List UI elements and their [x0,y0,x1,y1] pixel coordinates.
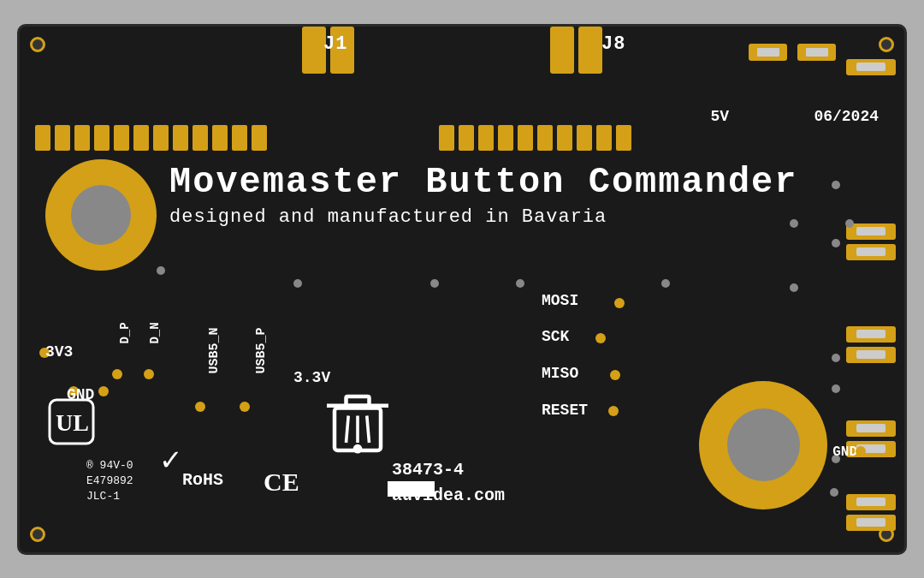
dashes-right [439,125,631,151]
circle-logo-left-inner [71,185,131,245]
circle-logo-right [699,381,827,509]
label-usb5n: USB5_N [207,327,222,373]
mount-hole-tl [30,37,45,52]
right-connectors-group1 [846,59,896,75]
label-gnd-right: GND [832,444,857,460]
dot-right-1 [832,239,840,247]
weee-symbol [319,381,396,458]
label-dp: D_P [118,322,132,343]
dot-gnd-right-2 [830,488,838,497]
top-pad-1 [749,44,787,61]
label-miso: MISO [542,365,578,382]
dot-gnd-left-2 [98,386,109,396]
pad-j1-1 [302,27,326,74]
top-right-pads [749,44,836,61]
tp-3 [430,279,439,288]
dot-mosi [614,298,625,308]
tp-8 [790,283,798,292]
svg-point-6 [353,444,363,453]
dot-sck [595,333,606,343]
pad-j8-1 [550,27,574,74]
dot-right-2 [832,354,840,362]
label-website: auvidea.com [392,486,505,505]
svg-text:UL: UL [56,409,89,436]
label-dn: D_N [148,322,162,343]
dot-gnd-right [856,446,866,456]
label-date: 06/2024 [814,108,879,125]
dashes-left [35,125,267,151]
dot-right-3 [832,384,840,393]
svg-line-3 [367,415,370,443]
dot-usb5p [240,402,250,412]
mount-hole-bl [30,527,45,542]
svg-rect-5 [346,396,370,406]
label-reset: RESET [542,402,588,419]
dot-usb5n [195,402,205,412]
tp-1 [157,266,165,275]
dot-right-5 [832,181,840,189]
dot-dn [144,369,154,379]
label-usb5p: USB5_P [254,327,269,373]
label-check: ✓ [161,440,181,480]
tp-2 [293,279,302,288]
label-cert: ® 94V-0 E479892 JLC-1 [86,458,133,505]
circle-logo-left [45,159,157,271]
board-title: Movemaster Button Commander [169,162,798,203]
label-j8: J8 [601,33,625,55]
top-pad-2 [797,44,836,61]
label-mosi: MOSI [542,292,578,309]
dot-dp [112,369,122,379]
mount-hole-tr [879,37,894,52]
label-5v: 5V [710,108,729,125]
connector-j8 [550,27,602,74]
pad-j8-2 [578,27,602,74]
tp-5 [661,279,670,288]
tp-7 [845,219,854,228]
svg-line-1 [346,415,349,443]
label-rohs: RoHS [182,470,223,490]
right-connectors-group5 [846,494,896,531]
label-j1: J1 [323,33,347,55]
dot-reset [608,406,619,416]
label-ce: CE [264,468,299,497]
pcb-board: J1 J8 5V 06/2024 [17,24,907,555]
dot-miso [610,370,620,380]
right-connectors-group3 [846,326,896,363]
right-connectors-group2 [846,223,896,260]
tp-6 [790,219,798,228]
label-3v3: 3V3 [45,343,73,361]
board-subtitle: designed and manufactured in Bavaria [169,206,607,228]
tp-4 [516,279,524,288]
circle-logo-right-inner [727,408,800,481]
label-sck: SCK [542,328,569,345]
label-partnum: 38473-4 [392,460,464,480]
